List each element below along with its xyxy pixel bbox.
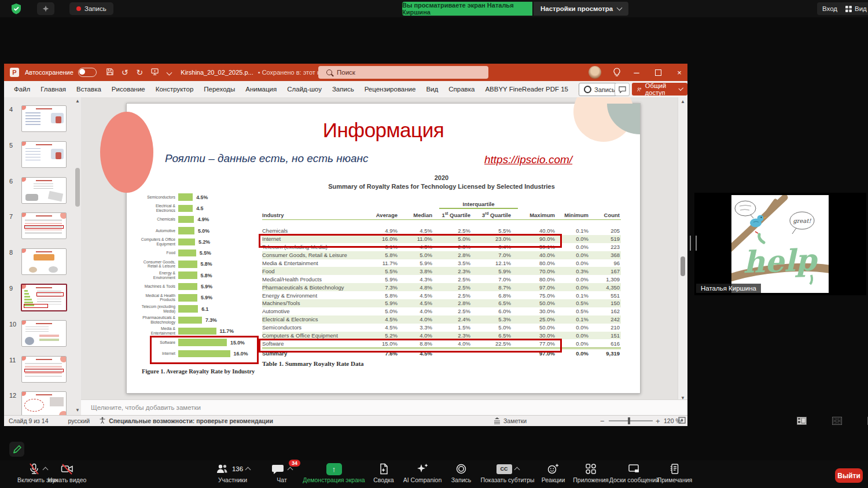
table-row-electrical-electronics: Electrical & Electronics4.5%4.0%2.4%5.3%…	[262, 315, 621, 324]
value-cell: 2.8%	[439, 300, 477, 306]
share-access-button[interactable]: Общий доступ	[632, 83, 687, 96]
thumbs-scroll-up[interactable]: ▲	[73, 98, 81, 104]
value-cell: 167	[595, 268, 621, 274]
webcam-tile[interactable]: great! help Наталья Киршина	[694, 193, 866, 295]
undo-icon[interactable]: ↺	[122, 68, 128, 76]
slide-link[interactable]: https://ipscio.com/	[484, 153, 572, 166]
value-cell: 50.0%	[518, 324, 562, 331]
ribbon-tab-12[interactable]: Справка	[443, 86, 480, 93]
view-settings-button[interactable]: Настройки просмотра	[534, 2, 628, 16]
minimize-button[interactable]: ─	[626, 64, 647, 81]
ribbon-tab-8[interactable]: Слайд-шоу	[282, 86, 327, 93]
search-box[interactable]: Поиск	[318, 66, 488, 79]
value-cell: 0.0%	[562, 284, 595, 291]
scrollbar-thumb[interactable]	[681, 256, 685, 276]
chart-bar	[178, 350, 230, 358]
view-label: Вид	[855, 5, 867, 12]
value-cell: 5.0%	[366, 308, 404, 314]
slide-sorter-button[interactable]	[832, 417, 842, 425]
security-shield-icon[interactable]	[10, 3, 22, 14]
redo-icon[interactable]: ↻	[137, 68, 144, 76]
value-cell: 6.4%	[477, 244, 518, 250]
chart-bar	[178, 271, 197, 279]
fit-to-window-icon[interactable]	[678, 417, 686, 425]
zoom-slider-handle[interactable]	[628, 417, 630, 424]
language-indicator[interactable]: русский	[68, 417, 90, 424]
slide-counter[interactable]: Слайд 9 из 14	[9, 417, 49, 424]
value-cell: 551	[595, 292, 621, 299]
table-column-header: 3rd Quartile	[477, 211, 518, 218]
normal-view-button[interactable]	[797, 417, 807, 425]
ribbon-tab-2[interactable]: Главная	[35, 86, 71, 93]
annotate-pencil-button[interactable]	[9, 442, 24, 457]
thumbnail-number-8: 8	[9, 249, 13, 256]
slide-thumbnail-4[interactable]	[21, 105, 67, 132]
slideshow-icon[interactable]	[151, 68, 159, 76]
ribbon-tab-6[interactable]: Переходы	[198, 86, 240, 93]
industry-cell: Automotive	[262, 308, 366, 314]
chart-row: Software15.0%	[141, 337, 262, 348]
user-avatar[interactable]	[589, 66, 601, 79]
notes-area[interactable]: Щелкните, чтобы добавить заметки	[81, 399, 687, 415]
slide-thumbnail-12[interactable]	[21, 391, 67, 415]
value-cell: 2.5%	[439, 292, 477, 299]
slide-thumbnail-8[interactable]	[21, 248, 67, 275]
comments-icon[interactable]	[615, 83, 630, 96]
slide-thumbnail-6[interactable]	[21, 177, 67, 204]
thumbs-scrollbar[interactable]	[75, 168, 80, 207]
chart-value-label: 16.0%	[234, 351, 248, 357]
ribbon-tab-13[interactable]: ABBYY FineReader PDF 15	[480, 86, 573, 93]
webcam-drag-handle[interactable]	[690, 236, 697, 251]
slide-scrollbar[interactable]: ▲ ▼ ▲▲ ▼▼	[678, 97, 687, 415]
ribbon-tab-5[interactable]: Конструктор	[150, 86, 199, 93]
ribbon-tab-7[interactable]: Анимация	[240, 86, 282, 93]
toolbar-video-button[interactable]: Начать видео	[18, 462, 116, 483]
slide-canvas[interactable]: Информация Роялти – данные есть, но есть…	[126, 103, 641, 394]
ribbon-tab-9[interactable]: Запись	[327, 86, 359, 93]
ribbon-tab-10[interactable]: Рецензирование	[359, 86, 421, 93]
ribbon-tab-4[interactable]: Рисование	[106, 86, 150, 93]
value-cell: 97.0%	[518, 284, 562, 291]
accessibility-status[interactable]: Специальные возможности: проверьте реком…	[109, 417, 273, 424]
quick-access-chevron-icon[interactable]	[167, 69, 172, 75]
slide-title[interactable]: Информация	[127, 119, 640, 142]
notes-toggle[interactable]: Заметки	[493, 417, 527, 424]
value-cell: 3.8%	[404, 268, 439, 274]
value-cell: 4.5%	[366, 316, 404, 322]
zoom-slider[interactable]	[609, 420, 653, 421]
value-cell: 77.0%	[518, 340, 562, 347]
scroll-up-icon[interactable]: ▲	[678, 99, 687, 105]
table-row-consumer-goods-retail-leisure: Consumer Goods, Retail & Leisure5.8%5.0%…	[262, 251, 621, 259]
lightbulb-icon[interactable]	[613, 68, 621, 78]
restore-button[interactable]	[648, 64, 668, 81]
value-cell: 1.5%	[439, 324, 477, 331]
value-cell: 4.0%	[404, 332, 439, 339]
slide-thumbnail-5[interactable]	[21, 141, 67, 168]
zoom-in-button[interactable]: +	[656, 417, 660, 425]
signal-quality-icon[interactable]	[37, 2, 54, 15]
chart-row: Food5.5%	[141, 247, 262, 258]
autosave-toggle[interactable]	[78, 68, 97, 77]
slide-thumbnail-11[interactable]	[21, 356, 67, 383]
chart-category-label: Telecom (excluding Media)	[141, 304, 178, 314]
ribbon-tab-11[interactable]: Вид	[421, 86, 443, 93]
thumbs-scroll-down[interactable]: ▼	[73, 408, 81, 413]
login-button[interactable]: Вход	[817, 2, 843, 15]
slide-subtitle[interactable]: Роялти – данные есть, но есть нюанс	[165, 152, 369, 165]
slide-thumbnail-10[interactable]	[21, 320, 67, 347]
slide-thumbnail-7[interactable]	[21, 212, 67, 239]
recording-indicator[interactable]: Запись	[69, 2, 113, 15]
leave-meeting-button[interactable]: Выйти	[835, 468, 863, 483]
slide-thumbnail-9-selected[interactable]	[21, 284, 67, 311]
ribbon-tab-3[interactable]: Вставка	[71, 86, 106, 93]
value-cell: 5.3%	[477, 316, 518, 322]
close-button[interactable]: ×	[669, 64, 690, 81]
value-cell: 162	[595, 308, 621, 314]
ppt-filename[interactable]: Kirshina_20_02_2025.p...	[181, 69, 253, 76]
toolbar-notes-button[interactable]: Примечания	[626, 462, 724, 483]
value-cell: 75.0%	[518, 292, 562, 299]
zoom-out-button[interactable]: −	[600, 417, 605, 425]
save-icon[interactable]	[106, 68, 113, 76]
ribbon-tab-1[interactable]: Файл	[9, 86, 35, 93]
view-button[interactable]: Вид	[840, 2, 868, 15]
